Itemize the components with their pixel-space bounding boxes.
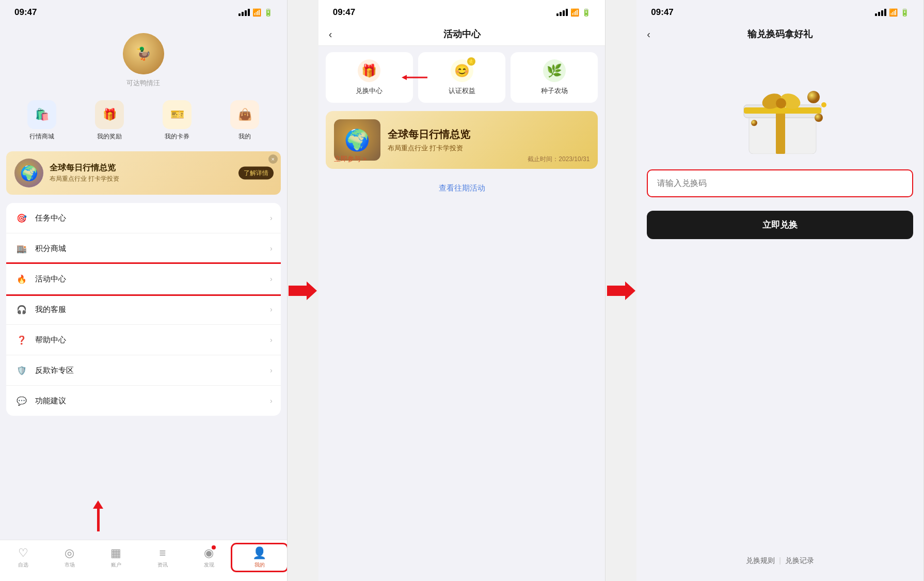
farm-icon: 🌿 <box>543 59 566 82</box>
avatar-image: 🦆 <box>123 33 164 74</box>
bottom-nav: ♡ 自选 ◎ 市场 ▦ 账户 ≡ 资讯 ◉ 发现 <box>0 540 287 581</box>
mine-label: 我的 <box>254 561 265 569</box>
globe-icon: 🌍 <box>14 159 43 187</box>
svg-point-14 <box>821 102 826 107</box>
help-label: 帮助中心 <box>35 335 270 345</box>
menu-item-suggest[interactable]: 💬 功能建议 › <box>6 386 281 416</box>
up-arrow <box>93 500 103 531</box>
nav-discover[interactable]: ◉ 发现 <box>186 546 232 569</box>
status-bar-3: 09:47 📶 🔋 <box>636 0 923 23</box>
left-arrow-svg <box>402 74 427 81</box>
view-past-link[interactable]: 查看往期活动 <box>318 173 606 203</box>
red-left-arrow-indicator <box>402 74 427 81</box>
menu-item-activity[interactable]: 🔥 活动中心 › <box>6 264 281 294</box>
account-icon: ▦ <box>110 546 121 560</box>
act-farm-card[interactable]: 🌿 种子农场 <box>511 52 598 103</box>
task-icon: 🎯 <box>14 211 29 225</box>
username-label: 可达鸭情汪 <box>126 78 160 88</box>
redeem-footer-links: 兑换规则 | 兑换记录 <box>636 556 923 566</box>
quick-icon-coupons[interactable]: 🎫 我的卡券 <box>144 100 211 141</box>
end-date: 截止时间：2023/10/31 <box>528 155 590 164</box>
menu-item-task[interactable]: 🎯 任务中心 › <box>6 203 281 233</box>
service-icon: 🎧 <box>14 302 29 317</box>
promo-banner-2: 🌍 全球每日行情总览 布局重点行业 打卡学投资 立即参与 > 截止时间：2023… <box>326 111 598 169</box>
coupons-label: 我的卡券 <box>165 132 189 141</box>
coupons-icon-box: 🎫 <box>163 100 192 129</box>
menu-item-service[interactable]: 🎧 我的客服 › <box>6 294 281 325</box>
wifi-icon-3: 📶 <box>889 8 898 17</box>
chevron-icon: › <box>270 336 273 344</box>
chevron-icon: › <box>270 305 273 313</box>
status-time-2: 09:47 <box>333 7 355 18</box>
signal-icon-3 <box>875 9 886 16</box>
avatar[interactable]: 🦆 <box>123 33 164 74</box>
rewards-icon-box: 🎁 <box>95 100 124 129</box>
menu-item-antifraud[interactable]: 🛡️ 反欺诈专区 › <box>6 355 281 386</box>
chevron-icon: › <box>270 244 273 253</box>
up-arrow-head <box>93 500 103 509</box>
svg-point-13 <box>751 120 757 126</box>
activity-label: 活动中心 <box>35 274 270 284</box>
activity-icon: 🔥 <box>14 272 29 286</box>
act-auth-card[interactable]: 😊 ⭐ 认证权益 <box>418 52 505 103</box>
act-redeem-card[interactable]: 🎁 兑换中心 <box>326 52 413 103</box>
svg-marker-3 <box>607 281 635 300</box>
points-icon: 🏬 <box>14 241 29 256</box>
signal-icon <box>238 9 250 16</box>
chevron-icon: › <box>270 275 273 283</box>
battery-icon-2: 🔋 <box>582 8 591 17</box>
quick-icon-market[interactable]: 🛍️ 行情商城 <box>8 100 76 141</box>
footer-divider: | <box>779 556 781 566</box>
gift-image-area <box>636 45 923 164</box>
menu-item-points[interactable]: 🏬 积分商城 › <box>6 233 281 264</box>
menu-list: 🎯 任务中心 › 🏬 积分商城 › 🔥 活动中心 › 🎧 我的客服 › ❓ <box>6 203 281 416</box>
auth-label: 认证权益 <box>449 86 475 96</box>
redeem-label: 兑换中心 <box>356 86 383 96</box>
banner-close-icon[interactable]: × <box>268 154 278 164</box>
banner-btn[interactable]: 了解详情 <box>238 167 274 180</box>
rewards-label: 我的奖励 <box>97 132 122 141</box>
menu-item-help[interactable]: ❓ 帮助中心 › <box>6 325 281 355</box>
chevron-icon: › <box>270 366 273 374</box>
svg-point-11 <box>807 91 820 103</box>
svg-rect-7 <box>744 107 821 114</box>
right-arrow-1 <box>289 280 317 301</box>
nav-market[interactable]: ◎ 市场 <box>46 546 93 569</box>
wifi-icon-2: 📶 <box>570 8 579 17</box>
status-icons-3: 📶 🔋 <box>875 8 909 17</box>
antifraud-icon: 🛡️ <box>14 363 29 378</box>
svg-point-12 <box>815 114 823 122</box>
nav-account[interactable]: ▦ 账户 <box>93 546 139 569</box>
quick-icon-rewards[interactable]: 🎁 我的奖励 <box>76 100 144 141</box>
home-label: 自选 <box>18 561 28 569</box>
discover-badge <box>212 545 216 549</box>
gift-box-image <box>723 61 837 154</box>
back-button-3[interactable]: ‹ <box>647 28 650 40</box>
nav-mine[interactable]: 👤 我的 <box>232 544 287 571</box>
chevron-icon: › <box>270 214 273 222</box>
nav-news[interactable]: ≡ 资讯 <box>139 546 186 569</box>
discover-badge-wrapper: ◉ <box>204 546 214 560</box>
redeem-button[interactable]: 立即兑换 <box>647 211 913 239</box>
banner-text: 全球每日行情总览 布局重点行业 打卡学投资 <box>50 163 119 183</box>
other-label: 我的 <box>238 132 251 141</box>
quick-icon-other[interactable]: 👜 我的 <box>211 100 279 141</box>
task-label: 任务中心 <box>35 213 270 223</box>
battery-icon-3: 🔋 <box>900 8 909 17</box>
rules-link[interactable]: 兑换规则 <box>746 556 775 566</box>
participate-link[interactable]: 立即参与 > <box>334 154 367 164</box>
panel3-title: 输兑换码拿好礼 <box>747 28 813 40</box>
auth-icon-wrapper: 😊 ⭐ <box>451 59 473 82</box>
panel2-title: 活动中心 <box>443 28 481 40</box>
market-icon-box: 🛍️ <box>27 100 56 129</box>
farm-label: 种子农场 <box>541 86 568 96</box>
arrow-1-2 <box>288 0 318 581</box>
panel1-content: 🦆 可达鸭情汪 🛍️ 行情商城 🎁 我的奖励 🎫 我的卡券 👜 我的 <box>0 23 287 581</box>
nav-home[interactable]: ♡ 自选 <box>0 546 46 569</box>
back-button-2[interactable]: ‹ <box>329 28 332 40</box>
records-link[interactable]: 兑换记录 <box>785 556 814 566</box>
banner2-text: 全球每日行情总览 布局重点行业 打卡学投资 <box>388 128 470 153</box>
market-nav-label: 市场 <box>65 561 75 569</box>
redeem-code-input[interactable] <box>647 169 913 197</box>
panel-2: 09:47 📶 🔋 ‹ 活动中心 🎁 兑换中心 <box>318 0 606 581</box>
